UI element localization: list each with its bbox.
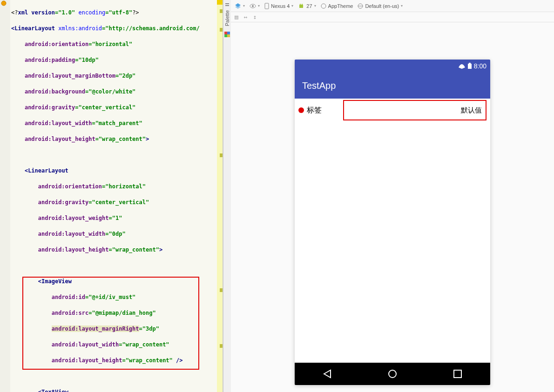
status-bar: 8:00 [295, 60, 490, 73]
arrow-up-icon[interactable]: ↕ [253, 13, 257, 20]
t: android:gravity [38, 199, 88, 206]
layers-icon [235, 3, 241, 9]
nav-bar [295, 363, 490, 385]
svg-point-10 [252, 5, 254, 7]
device-icon [264, 3, 269, 9]
svg-rect-11 [265, 3, 269, 9]
design-sub-toolbar: ▤ ↔ ↕ [231, 12, 554, 22]
t: <TextView [38, 389, 68, 392]
editor-gutter [0, 0, 10, 392]
palette-label: Palette [224, 10, 230, 26]
wifi-icon [458, 63, 466, 69]
t: android:orientation [38, 183, 102, 190]
design-preview-pane: ▾ ▾ Nexus 4 ▾ 27 ▾ AppTheme Default (en-… [231, 0, 554, 392]
t: android:gravity [25, 104, 75, 111]
t: "1" [112, 215, 122, 221]
locale-label: Default (en-us) [365, 3, 399, 9]
t: <? [11, 9, 18, 16]
app-bar: TestApp [295, 73, 490, 99]
app-title: TestApp [302, 80, 336, 91]
error-stripe [217, 0, 223, 392]
svg-rect-4 [227, 32, 230, 34]
t: "wrap_content" [99, 136, 146, 142]
device-dropdown[interactable]: Nexus 4 ▾ [264, 3, 293, 9]
t: "0dp" [109, 231, 126, 237]
back-icon[interactable] [323, 369, 332, 379]
t: > [146, 136, 149, 142]
device-canvas[interactable]: 8:00 TestApp 标签 默认值 [231, 22, 554, 392]
t: "wrap_content" [112, 246, 159, 253]
layers-dropdown[interactable]: ▾ [235, 3, 245, 9]
t: android:layout_weight [38, 215, 109, 221]
highlight-box [22, 277, 199, 370]
t: "@color/white" [88, 88, 135, 95]
visibility-icon [250, 3, 256, 9]
form-row: 标签 默认值 [295, 99, 490, 122]
list-mode-icon[interactable]: ▤ [235, 13, 238, 20]
t: xml version [18, 9, 54, 16]
svg-point-13 [300, 4, 301, 5]
recent-icon[interactable] [453, 369, 462, 379]
t: android:orientation [25, 41, 88, 47]
t: "1.0" [58, 9, 75, 16]
svg-rect-1 [225, 3, 229, 4]
globe-icon [358, 3, 363, 9]
svg-point-15 [321, 4, 326, 8]
t: encoding [79, 9, 106, 16]
api-label: 27 [306, 3, 312, 9]
api-dropdown[interactable]: 27 ▾ [298, 3, 316, 9]
palette-handle-icon [224, 2, 230, 7]
battery-icon [467, 63, 472, 69]
t: android:layout_height [38, 246, 109, 253]
screen-content: 标签 默认值 [295, 99, 490, 363]
t: <LinearLayout [11, 25, 55, 32]
t: "horizontal" [105, 183, 146, 190]
device-frame: 8:00 TestApp 标签 默认值 [295, 60, 490, 385]
t: "http://schemas.android.com/ [105, 25, 199, 32]
edit-text-input[interactable]: 默认值 [343, 100, 486, 120]
t: android:layout_height [25, 136, 95, 142]
t: ?> [132, 9, 139, 16]
svg-rect-6 [227, 34, 230, 37]
svg-rect-3 [224, 32, 227, 34]
t: "utf-8" [109, 9, 133, 16]
android-icon [298, 3, 304, 9]
device-label: Nexus 4 [271, 3, 290, 9]
eye-dropdown[interactable]: ▾ [250, 3, 260, 9]
xml-icon [1, 0, 7, 6]
t: "match_parent" [95, 120, 142, 126]
t: > [159, 246, 162, 253]
svg-rect-22 [454, 370, 461, 378]
svg-rect-18 [468, 64, 472, 69]
t: android:padding [25, 57, 75, 63]
t: android:layout_width [38, 231, 106, 237]
t: "horizontal" [92, 41, 132, 47]
row-left-group: 标签 [298, 106, 343, 115]
svg-point-14 [302, 4, 303, 5]
svg-rect-12 [299, 5, 303, 8]
clock-text: 8:00 [474, 62, 486, 70]
t: "center_vertical" [92, 199, 149, 206]
home-icon[interactable] [388, 369, 397, 379]
palette-strip[interactable]: Palette [223, 0, 231, 392]
svg-point-0 [1, 1, 6, 6]
label-text: 标签 [307, 106, 322, 115]
svg-marker-8 [235, 5, 241, 9]
t: android:layout_marginBottom [25, 73, 115, 79]
code-editor[interactable]: <?xml version="1.0" encoding="utf-8"?> <… [0, 0, 223, 392]
t: android:layout_width [25, 120, 92, 126]
theme-label: AppTheme [328, 3, 353, 9]
svg-marker-20 [324, 370, 331, 378]
theme-icon [321, 3, 326, 9]
design-toolbar: ▾ ▾ Nexus 4 ▾ 27 ▾ AppTheme Default (en-… [231, 0, 554, 12]
required-dot-icon [298, 107, 304, 113]
locale-dropdown[interactable]: Default (en-us) ▾ [358, 3, 403, 9]
arrow-left-icon[interactable]: ↔ [244, 13, 248, 20]
t: xmlns:android [58, 25, 102, 32]
t: "2dp" [119, 73, 135, 79]
theme-dropdown[interactable]: AppTheme [321, 3, 353, 9]
t: android:background [25, 88, 85, 95]
svg-rect-2 [225, 5, 229, 6]
edit-value: 默认值 [461, 106, 482, 115]
svg-point-21 [389, 370, 396, 378]
